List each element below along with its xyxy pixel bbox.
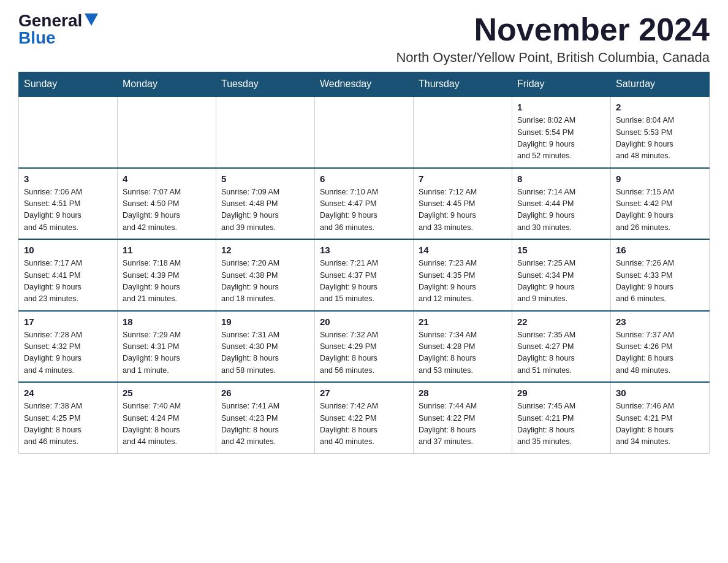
calendar-table: SundayMondayTuesdayWednesdayThursdayFrid… xyxy=(18,72,710,454)
calendar-cell xyxy=(19,96,118,168)
calendar-cell: 29Sunrise: 7:45 AMSunset: 4:21 PMDayligh… xyxy=(512,382,611,453)
calendar-cell: 2Sunrise: 8:04 AMSunset: 5:53 PMDaylight… xyxy=(611,96,710,168)
day-info: Sunrise: 7:32 AMSunset: 4:29 PMDaylight:… xyxy=(320,329,408,377)
day-number: 6 xyxy=(320,174,408,184)
calendar-cell: 24Sunrise: 7:38 AMSunset: 4:25 PMDayligh… xyxy=(19,382,118,453)
calendar-cell: 12Sunrise: 7:20 AMSunset: 4:38 PMDayligh… xyxy=(216,239,315,311)
day-info: Sunrise: 7:45 AMSunset: 4:21 PMDaylight:… xyxy=(517,400,605,448)
calendar-header-row: SundayMondayTuesdayWednesdayThursdayFrid… xyxy=(19,72,710,97)
day-number: 12 xyxy=(221,245,309,255)
day-info: Sunrise: 7:35 AMSunset: 4:27 PMDaylight:… xyxy=(517,329,605,377)
day-number: 4 xyxy=(123,174,211,184)
day-info: Sunrise: 7:28 AMSunset: 4:32 PMDaylight:… xyxy=(24,329,112,377)
day-info: Sunrise: 7:44 AMSunset: 4:22 PMDaylight:… xyxy=(419,400,507,448)
day-number: 13 xyxy=(320,245,408,255)
col-header-friday: Friday xyxy=(512,72,611,97)
day-info: Sunrise: 7:21 AMSunset: 4:37 PMDaylight:… xyxy=(320,258,408,305)
day-number: 7 xyxy=(419,174,507,184)
day-info: Sunrise: 7:41 AMSunset: 4:23 PMDaylight:… xyxy=(221,400,309,448)
header: General Blue November 2024 North Oyster/… xyxy=(18,12,710,66)
day-number: 8 xyxy=(517,174,605,184)
day-info: Sunrise: 7:23 AMSunset: 4:35 PMDaylight:… xyxy=(419,258,507,305)
day-number: 10 xyxy=(24,245,112,255)
calendar-cell xyxy=(216,96,315,168)
day-info: Sunrise: 7:10 AMSunset: 4:47 PMDaylight:… xyxy=(320,186,408,234)
calendar-week-row: 1Sunrise: 8:02 AMSunset: 5:54 PMDaylight… xyxy=(19,96,710,168)
day-info: Sunrise: 8:04 AMSunset: 5:53 PMDaylight:… xyxy=(616,115,704,163)
calendar-cell: 8Sunrise: 7:14 AMSunset: 4:44 PMDaylight… xyxy=(512,168,611,240)
calendar-cell xyxy=(118,96,216,168)
day-number: 16 xyxy=(616,245,704,255)
day-info: Sunrise: 7:42 AMSunset: 4:22 PMDaylight:… xyxy=(320,400,408,448)
day-info: Sunrise: 8:02 AMSunset: 5:54 PMDaylight:… xyxy=(517,115,605,163)
calendar-cell: 11Sunrise: 7:18 AMSunset: 4:39 PMDayligh… xyxy=(118,239,216,311)
location-title: North Oyster/Yellow Point, British Colum… xyxy=(396,50,710,66)
logo-triangle-icon xyxy=(85,13,98,26)
col-header-tuesday: Tuesday xyxy=(216,72,315,97)
day-number: 23 xyxy=(616,316,704,327)
calendar-week-row: 3Sunrise: 7:06 AMSunset: 4:51 PMDaylight… xyxy=(19,168,710,240)
calendar-cell: 17Sunrise: 7:28 AMSunset: 4:32 PMDayligh… xyxy=(19,311,118,383)
day-info: Sunrise: 7:29 AMSunset: 4:31 PMDaylight:… xyxy=(123,329,211,377)
day-number: 27 xyxy=(320,388,408,398)
calendar-cell: 21Sunrise: 7:34 AMSunset: 4:28 PMDayligh… xyxy=(414,311,512,383)
calendar-cell: 28Sunrise: 7:44 AMSunset: 4:22 PMDayligh… xyxy=(414,382,512,453)
calendar-cell: 27Sunrise: 7:42 AMSunset: 4:22 PMDayligh… xyxy=(315,382,414,453)
calendar-cell: 3Sunrise: 7:06 AMSunset: 4:51 PMDaylight… xyxy=(19,168,118,240)
calendar-cell: 18Sunrise: 7:29 AMSunset: 4:31 PMDayligh… xyxy=(118,311,216,383)
day-number: 3 xyxy=(24,174,112,184)
logo: General Blue xyxy=(18,12,98,47)
calendar-cell: 15Sunrise: 7:25 AMSunset: 4:34 PMDayligh… xyxy=(512,239,611,311)
calendar-cell: 23Sunrise: 7:37 AMSunset: 4:26 PMDayligh… xyxy=(611,311,710,383)
day-info: Sunrise: 7:31 AMSunset: 4:30 PMDaylight:… xyxy=(221,329,309,377)
day-number: 29 xyxy=(517,388,605,398)
calendar-cell: 22Sunrise: 7:35 AMSunset: 4:27 PMDayligh… xyxy=(512,311,611,383)
calendar-cell: 6Sunrise: 7:10 AMSunset: 4:47 PMDaylight… xyxy=(315,168,414,240)
day-info: Sunrise: 7:17 AMSunset: 4:41 PMDaylight:… xyxy=(24,258,112,305)
day-info: Sunrise: 7:09 AMSunset: 4:48 PMDaylight:… xyxy=(221,186,309,234)
col-header-monday: Monday xyxy=(118,72,216,97)
day-number: 30 xyxy=(616,388,704,398)
title-area: November 2024 North Oyster/Yellow Point,… xyxy=(396,12,710,66)
calendar-cell: 5Sunrise: 7:09 AMSunset: 4:48 PMDaylight… xyxy=(216,168,315,240)
calendar-cell: 26Sunrise: 7:41 AMSunset: 4:23 PMDayligh… xyxy=(216,382,315,453)
day-number: 22 xyxy=(517,316,605,327)
month-title: November 2024 xyxy=(396,12,710,47)
calendar-cell: 13Sunrise: 7:21 AMSunset: 4:37 PMDayligh… xyxy=(315,239,414,311)
day-info: Sunrise: 7:15 AMSunset: 4:42 PMDaylight:… xyxy=(616,186,704,234)
day-info: Sunrise: 7:38 AMSunset: 4:25 PMDaylight:… xyxy=(24,400,112,448)
day-info: Sunrise: 7:34 AMSunset: 4:28 PMDaylight:… xyxy=(419,329,507,377)
calendar-cell: 20Sunrise: 7:32 AMSunset: 4:29 PMDayligh… xyxy=(315,311,414,383)
day-number: 5 xyxy=(221,174,309,184)
day-info: Sunrise: 7:06 AMSunset: 4:51 PMDaylight:… xyxy=(24,186,112,234)
day-number: 2 xyxy=(616,102,704,112)
calendar-cell xyxy=(315,96,414,168)
svg-marker-0 xyxy=(85,13,98,26)
calendar-cell: 9Sunrise: 7:15 AMSunset: 4:42 PMDaylight… xyxy=(611,168,710,240)
day-number: 14 xyxy=(419,245,507,255)
calendar-cell: 25Sunrise: 7:40 AMSunset: 4:24 PMDayligh… xyxy=(118,382,216,453)
calendar-week-row: 17Sunrise: 7:28 AMSunset: 4:32 PMDayligh… xyxy=(19,311,710,383)
logo-general-text: General xyxy=(18,12,82,29)
logo-blue-text: Blue xyxy=(18,29,56,47)
day-number: 21 xyxy=(419,316,507,327)
day-info: Sunrise: 7:37 AMSunset: 4:26 PMDaylight:… xyxy=(616,329,704,377)
day-number: 1 xyxy=(517,102,605,112)
day-number: 26 xyxy=(221,388,309,398)
day-number: 20 xyxy=(320,316,408,327)
day-number: 25 xyxy=(123,388,211,398)
col-header-wednesday: Wednesday xyxy=(315,72,414,97)
col-header-saturday: Saturday xyxy=(611,72,710,97)
day-info: Sunrise: 7:14 AMSunset: 4:44 PMDaylight:… xyxy=(517,186,605,234)
day-number: 19 xyxy=(221,316,309,327)
col-header-thursday: Thursday xyxy=(414,72,512,97)
calendar-cell: 19Sunrise: 7:31 AMSunset: 4:30 PMDayligh… xyxy=(216,311,315,383)
day-number: 28 xyxy=(419,388,507,398)
calendar-cell: 10Sunrise: 7:17 AMSunset: 4:41 PMDayligh… xyxy=(19,239,118,311)
calendar-cell: 16Sunrise: 7:26 AMSunset: 4:33 PMDayligh… xyxy=(611,239,710,311)
calendar-cell: 30Sunrise: 7:46 AMSunset: 4:21 PMDayligh… xyxy=(611,382,710,453)
day-number: 17 xyxy=(24,316,112,327)
calendar-cell: 4Sunrise: 7:07 AMSunset: 4:50 PMDaylight… xyxy=(118,168,216,240)
day-info: Sunrise: 7:46 AMSunset: 4:21 PMDaylight:… xyxy=(616,400,704,448)
calendar-week-row: 24Sunrise: 7:38 AMSunset: 4:25 PMDayligh… xyxy=(19,382,710,453)
